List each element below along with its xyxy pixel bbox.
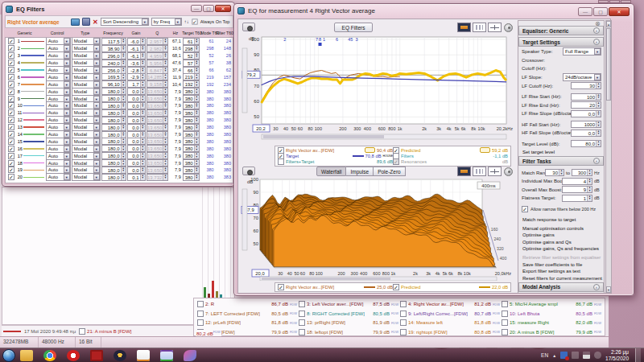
spinner-arrows[interactable]: ▲▼ xyxy=(140,53,145,59)
q-spinner[interactable]: 13,650▲▼ xyxy=(147,95,168,102)
spinner-arrows[interactable]: ▲▼ xyxy=(121,60,126,66)
section-toggle-icon[interactable]: ∧ xyxy=(593,27,600,34)
spin-down-icon[interactable]: ▼ xyxy=(163,92,167,95)
spin-down-icon[interactable]: ▼ xyxy=(141,163,145,167)
spinner-arrows[interactable]: ▲▼ xyxy=(121,88,126,94)
measurement-item[interactable]: 13: prRight [FDW]81,9 dBFDW xyxy=(299,319,398,327)
spin-down-icon[interactable]: ▼ xyxy=(141,156,145,159)
filter-enabled-checkbox[interactable]: ✓ xyxy=(8,174,14,180)
gain-spinner[interactable]: 0,0▲▼ xyxy=(127,109,146,117)
measurement-checkbox[interactable] xyxy=(502,311,508,317)
spinner-arrows[interactable]: ▲▼ xyxy=(194,60,199,66)
spinner-arrows[interactable]: ▲▼ xyxy=(194,167,199,173)
filter-enabled-checkbox[interactable]: ✓ xyxy=(8,74,14,80)
minimize-button[interactable]: — xyxy=(578,7,592,16)
gain-spinner[interactable]: 0,0▲▼ xyxy=(127,95,146,102)
measurement-checkbox[interactable] xyxy=(197,301,204,307)
spin-down-icon[interactable]: ▼ xyxy=(122,156,126,159)
spin-down-icon[interactable]: ▼ xyxy=(141,84,145,88)
spinner-arrows[interactable]: ▲▼ xyxy=(596,94,601,100)
target-t60-spinner[interactable]: 380▲▼ xyxy=(183,159,200,167)
gain-spinner[interactable]: -2,8▲▼ xyxy=(127,67,146,74)
measurement-item[interactable]: 14: Measure left81,8 dBFDW xyxy=(400,319,500,327)
spinner-arrows[interactable]: ▲▼ xyxy=(121,39,126,44)
gain-spinner[interactable]: 0,0▲▼ xyxy=(127,88,146,95)
spinner-arrows[interactable]: ▲▼ xyxy=(163,39,167,44)
gain-spinner[interactable]: 0,0▲▼ xyxy=(127,138,146,145)
filter-enabled-checkbox[interactable]: ✓ xyxy=(8,117,14,123)
spinner-arrows[interactable]: ▲▼ xyxy=(587,195,592,201)
field-ts-8-spinner[interactable]: 1000▲▼ xyxy=(571,121,601,128)
field-ts-9-spinner[interactable]: 0,0▲▼ xyxy=(571,130,601,137)
spinner-arrows[interactable]: ▲▼ xyxy=(140,138,145,144)
spinner-arrows[interactable]: ▲▼ xyxy=(121,110,126,116)
spinner-arrows[interactable]: ▲▼ xyxy=(163,53,167,59)
spin-down-icon[interactable]: ▼ xyxy=(195,84,199,88)
eq-filters-button[interactable]: EQ Filters xyxy=(334,23,373,32)
spin-down-icon[interactable]: ▼ xyxy=(122,163,126,167)
spin-down-icon[interactable]: ▼ xyxy=(141,56,145,59)
spinner-arrows[interactable]: ▲▼ xyxy=(121,146,126,151)
action-center-flag-icon[interactable] xyxy=(560,352,568,359)
spinner-arrows[interactable]: ▲▼ xyxy=(596,83,601,88)
axes-layout-icon[interactable] xyxy=(488,167,502,176)
spin-down-icon[interactable]: ▼ xyxy=(597,125,601,128)
spinner-arrows[interactable]: ▲▼ xyxy=(194,160,199,166)
target-t60-spinner[interactable]: 380▲▼ xyxy=(183,117,200,124)
spin-down-icon[interactable]: ▼ xyxy=(163,63,167,66)
action-link-0[interactable]: Match response to target xyxy=(522,217,604,222)
spin-down-icon[interactable]: ▼ xyxy=(195,120,199,123)
q-spinner[interactable]: 13,650▲▼ xyxy=(147,124,168,131)
spin-down-icon[interactable]: ▼ xyxy=(122,48,126,51)
frequency-spinner[interactable]: 38,90▲▼ xyxy=(101,45,126,52)
spinner-arrows[interactable]: ▲▼ xyxy=(587,187,592,192)
legend-checkbox[interactable]: ✓ xyxy=(393,284,399,290)
close-button[interactable]: ✕ xyxy=(215,5,231,12)
spinner-arrows[interactable]: ▲▼ xyxy=(194,88,199,94)
h-scrollbar-thumb[interactable] xyxy=(263,135,384,138)
spinner-arrows[interactable]: ▲▼ xyxy=(121,103,126,109)
spin-down-icon[interactable]: ▼ xyxy=(163,149,167,152)
spin-down-icon[interactable]: ▼ xyxy=(163,142,167,145)
spin-down-icon[interactable]: ▼ xyxy=(195,70,199,73)
target-t60-spinner[interactable]: 380▲▼ xyxy=(183,102,200,109)
field-ft-0-spinner[interactable]: 4▲▼ xyxy=(562,178,592,185)
spinner-arrows[interactable]: ▲▼ xyxy=(163,117,167,123)
q-spinner[interactable]: 13,732▲▼ xyxy=(147,174,168,181)
measurement-checkbox[interactable] xyxy=(197,319,204,326)
tray-app-icon[interactable] xyxy=(572,352,579,359)
sort-dropdown[interactable]: Sort Descending ▼ xyxy=(101,18,149,26)
gain-spinner[interactable]: -6,0▲▼ xyxy=(127,38,146,45)
spinner-arrows[interactable]: ▲▼ xyxy=(163,60,167,66)
frequency-spinner[interactable]: 169,5▲▼ xyxy=(101,73,126,80)
spin-down-icon[interactable]: ▼ xyxy=(195,177,199,180)
spinner-arrows[interactable]: ▲▼ xyxy=(596,141,601,146)
spinner-arrows[interactable]: ▲▼ xyxy=(194,125,199,130)
measurement-item[interactable]: 15: measure Right82,0 dBFDW xyxy=(502,319,601,327)
filter-enabled-checkbox[interactable]: ✓ xyxy=(8,124,14,130)
open-icon[interactable] xyxy=(71,19,80,26)
field-ts-6-spinner[interactable]: 20▲▼ xyxy=(571,101,601,109)
action-link-3[interactable]: Optimise gains and Qs xyxy=(522,240,604,245)
spinner-arrows[interactable]: ▲▼ xyxy=(121,68,126,73)
measurement-item[interactable]: 7: LEFT Corrected [FDW]80,5 dBFDW xyxy=(197,310,297,318)
graph-layout-icon[interactable] xyxy=(457,23,471,32)
spin-down-icon[interactable]: ▼ xyxy=(163,41,167,44)
type-dropdown[interactable]: Modal▼ xyxy=(72,173,101,181)
frequency-spinner[interactable]: 180,0▲▼ xyxy=(101,145,126,152)
target-t60-spinner[interactable]: 219▲▼ xyxy=(183,73,200,80)
filter-enabled-checkbox[interactable]: ✓ xyxy=(8,60,14,66)
spinner-arrows[interactable]: ▲▼ xyxy=(194,153,199,158)
spin-down-icon[interactable]: ▼ xyxy=(559,173,564,176)
spinner-arrows[interactable]: ▲▼ xyxy=(140,60,145,66)
spinner-arrows[interactable]: ▲▼ xyxy=(163,103,167,109)
spin-down-icon[interactable]: ▼ xyxy=(195,156,199,159)
spin-down-icon[interactable]: ▼ xyxy=(163,70,167,73)
taskbar-icon-media[interactable] xyxy=(184,350,196,361)
target-t60-spinner[interactable]: 380▲▼ xyxy=(183,167,200,174)
frequency-spinner[interactable]: 180,0▲▼ xyxy=(101,174,126,181)
spinner-arrows[interactable]: ▲▼ xyxy=(163,132,167,138)
spinner-arrows[interactable]: ▲▼ xyxy=(559,170,564,175)
q-spinner[interactable]: 13,650▲▼ xyxy=(147,109,168,117)
target-t60-spinner[interactable]: 57▲▼ xyxy=(183,60,200,67)
